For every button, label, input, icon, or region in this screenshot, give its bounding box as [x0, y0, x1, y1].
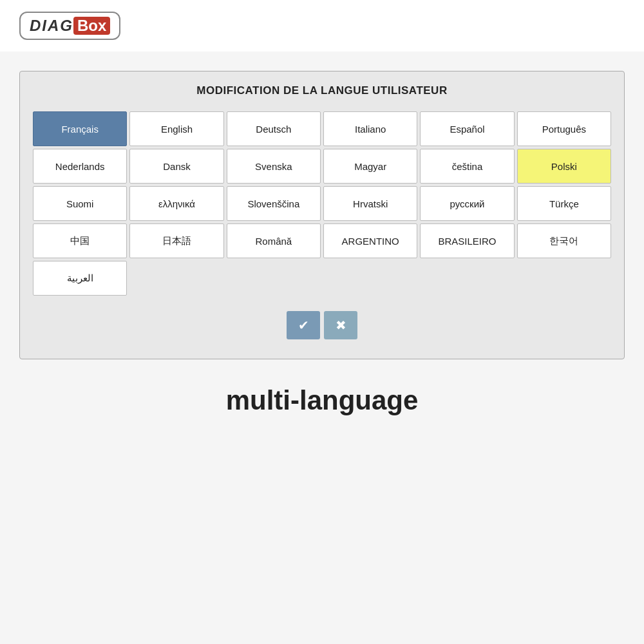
lang-btn-korean[interactable]: 한국어	[517, 223, 611, 258]
lang-btn-nederlands[interactable]: Nederlands	[33, 149, 127, 184]
lang-btn-russian[interactable]: русский	[420, 186, 514, 221]
logo-diag-text: D	[30, 17, 41, 35]
page-wrapper: D I A G Box MODIFICATION DE LA LANGUE UT…	[0, 0, 644, 644]
dialog-actions: ✔ ✖	[33, 311, 611, 339]
lang-btn-cestina[interactable]: čeština	[420, 149, 514, 184]
lang-btn-magyar[interactable]: Magyar	[323, 149, 417, 184]
lang-btn-romana[interactable]: Română	[227, 223, 321, 258]
confirm-button[interactable]: ✔	[287, 311, 320, 339]
lang-btn-portugues[interactable]: Português	[517, 111, 611, 146]
cancel-button[interactable]: ✖	[324, 311, 357, 339]
lang-btn-arabic[interactable]: العربية	[33, 261, 127, 296]
lang-btn-deutsch[interactable]: Deutsch	[227, 111, 321, 146]
lang-btn-dansk[interactable]: Dansk	[129, 149, 223, 184]
lang-btn-italiano[interactable]: Italiano	[323, 111, 417, 146]
lang-btn-slovenscina[interactable]: Slovenščina	[227, 186, 321, 221]
lang-btn-chinese[interactable]: 中国	[33, 223, 127, 258]
lang-btn-suomi[interactable]: Suomi	[33, 186, 127, 221]
lang-btn-japanese[interactable]: 日本語	[129, 223, 223, 258]
header: D I A G Box	[0, 0, 644, 52]
lang-btn-espanol[interactable]: Español	[420, 111, 514, 146]
lang-btn-hrvatski[interactable]: Hrvatski	[323, 186, 417, 221]
dialog-title: MODIFICATION DE LA LANGUE UTILISATEUR	[33, 84, 611, 97]
logo-container: D I A G Box	[19, 12, 120, 40]
logo-box-part: Box	[73, 17, 110, 35]
lang-btn-brasileiro[interactable]: BRASILEIRO	[420, 223, 514, 258]
lang-btn-polski[interactable]: Polski	[517, 149, 611, 184]
lang-btn-turkce[interactable]: Türkçe	[517, 186, 611, 221]
language-dialog: MODIFICATION DE LA LANGUE UTILISATEUR Fr…	[19, 71, 625, 359]
lang-btn-english[interactable]: English	[129, 111, 223, 146]
lang-btn-argentino[interactable]: ARGENTINO	[323, 223, 417, 258]
logo-a-text: A	[48, 17, 59, 35]
lang-btn-francais[interactable]: Français	[33, 111, 127, 146]
lang-btn-svenska[interactable]: Svenska	[227, 149, 321, 184]
logo-i-text: I	[42, 17, 46, 35]
diagbox-logo: D I A G Box	[19, 12, 120, 40]
logo-g-text: G	[60, 17, 72, 35]
lang-btn-ellinika[interactable]: ελληνικά	[129, 186, 223, 221]
bottom-caption: multi-language	[226, 385, 419, 416]
languages-grid: FrançaisEnglishDeutschItalianoEspañolPor…	[33, 111, 611, 296]
